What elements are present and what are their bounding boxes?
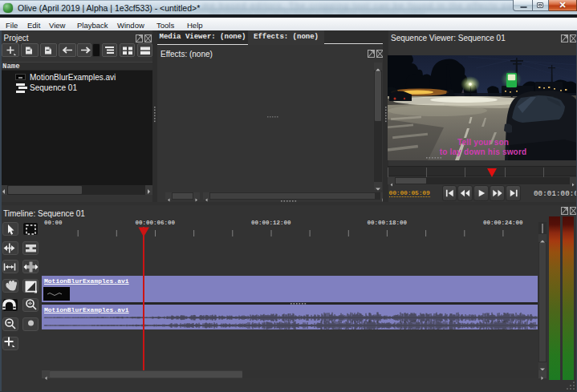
svg-text:to lay down his sword: to lay down his sword — [440, 148, 527, 156]
svg-text:Tell your son: Tell your son — [457, 138, 509, 147]
